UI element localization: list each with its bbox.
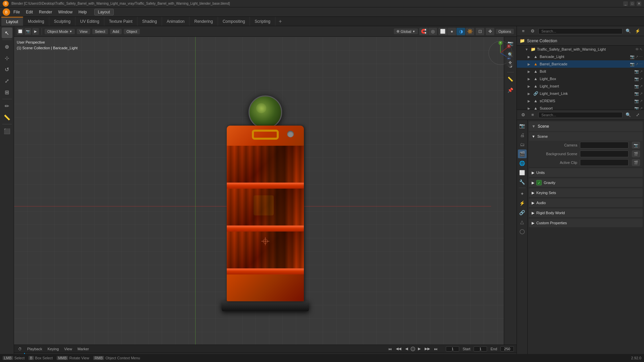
outliner-item-barrel-barricade[interactable]: ▶ ▲ Barrel_Barricade 📷 ↗ ⋯ xyxy=(517,60,644,68)
arrow-5[interactable]: ▶ xyxy=(528,84,532,88)
stop-btn[interactable] xyxy=(411,347,415,351)
tab-texture-paint[interactable]: Texture Paint xyxy=(104,17,138,26)
tl-keying-btn[interactable]: Keying xyxy=(46,347,60,351)
gravity-checkbox[interactable]: ✓ xyxy=(536,180,542,185)
cam-icon-3[interactable]: 📷 xyxy=(634,69,639,74)
props-header-icon[interactable]: ⚙ xyxy=(520,111,527,119)
viewport[interactable]: User Perspective (1) Scene Collection | … xyxy=(14,37,517,345)
link-icon-8[interactable]: ↗ xyxy=(640,106,643,110)
particles-props-icon[interactable]: ✦ xyxy=(518,189,527,198)
viewport-camera-icon[interactable]: 📷 xyxy=(24,28,31,35)
arrow-6[interactable]: ▶ xyxy=(528,92,532,96)
add-menu-button[interactable]: Add xyxy=(110,29,122,34)
viewport-shading-material[interactable]: ◑ xyxy=(457,28,465,35)
modifier-props-icon[interactable]: 🔧 xyxy=(518,178,527,186)
viewport-shading-render[interactable]: 🔆 xyxy=(466,28,474,35)
tab-rendering[interactable]: Rendering xyxy=(190,17,218,26)
sidebar-transform-tool[interactable]: ⊞ xyxy=(2,87,12,98)
outliner-item-light-insert-link[interactable]: ▶ 🔗 Light_Insert_Link 📷 ↗ xyxy=(517,90,644,97)
cam-icon-7[interactable]: 📷 xyxy=(634,99,639,103)
viewport-header-icon[interactable]: ⬜ xyxy=(17,28,23,35)
minimize-button[interactable]: _ xyxy=(623,1,628,6)
custom-properties-header[interactable]: ▶ Custom Properties xyxy=(529,219,643,227)
cam-icon-4[interactable]: 📷 xyxy=(634,77,639,81)
tab-compositing[interactable]: Compositing xyxy=(218,17,250,26)
outliner-item-screws[interactable]: ▶ ▲ sCREWS 📷 ↗ xyxy=(517,97,644,105)
sidebar-annotate-tool[interactable]: ✏ xyxy=(2,101,12,111)
outliner-icon[interactable]: ≡ xyxy=(520,27,527,35)
tab-modeling[interactable]: Modeling xyxy=(23,17,49,26)
tab-scripting[interactable]: Scripting xyxy=(250,17,275,26)
outliner-item-baricade-light[interactable]: ▶ ▲ Baricade_Light 📷 ↗ ⋯ xyxy=(517,53,644,60)
active-clip-value[interactable] xyxy=(580,159,629,166)
visibility-eye-icon[interactable]: 👁 xyxy=(635,47,639,52)
background-scene-value[interactable] xyxy=(580,150,629,157)
proportional-edit[interactable]: ◎ xyxy=(428,28,437,35)
start-frame-input[interactable]: 1 xyxy=(474,346,487,352)
props-search-icon[interactable]: 🔍 xyxy=(625,111,632,119)
sidebar-move-tool[interactable]: ⊹ xyxy=(2,53,12,63)
more-icon-1[interactable]: ⋯ xyxy=(639,55,643,59)
viewport-shading-wire[interactable]: ⬜ xyxy=(438,28,447,35)
sidebar-measure-tool[interactable]: 📏 xyxy=(2,112,12,123)
sidebar-select-tool[interactable]: ↖ xyxy=(2,27,12,38)
arrow-7[interactable]: ▶ xyxy=(528,99,532,103)
link-icon-3[interactable]: ↗ xyxy=(640,69,643,74)
menu-render[interactable]: Render xyxy=(36,9,55,15)
tl-view-btn[interactable]: View xyxy=(63,347,73,351)
props-scene-header[interactable]: ▼ Scene xyxy=(529,121,643,131)
sidebar-add-cube-tool[interactable]: ⬛ xyxy=(2,126,12,136)
link-icon-6[interactable]: ↗ xyxy=(640,92,643,96)
units-section-header[interactable]: ▶ Units xyxy=(529,168,643,177)
view-layer-props-icon[interactable]: 🗂 xyxy=(518,140,527,149)
outliner-filter-icon[interactable]: ⚙ xyxy=(529,27,536,35)
arrow-expanded[interactable]: ▼ xyxy=(525,48,529,51)
play-back-btn[interactable]: ◀ xyxy=(404,347,409,351)
keying-sets-header[interactable]: ▶ Keying Sets xyxy=(529,188,643,197)
close-button[interactable]: ✕ xyxy=(637,1,641,6)
object-props-icon[interactable]: ⬜ xyxy=(518,168,527,177)
gravity-section-header[interactable]: ▶ ✓ Gravity xyxy=(529,178,643,187)
active-clip-picker-icon[interactable]: 🎬 xyxy=(632,159,640,166)
step-fwd-btn[interactable]: ▶▶ xyxy=(423,347,431,351)
props-filter-icon[interactable]: ≡ xyxy=(529,111,536,119)
cam-icon-1[interactable]: 📷 xyxy=(630,55,635,59)
outliner-item-support[interactable]: ▶ ▲ Support 📷 ↗ xyxy=(517,105,644,110)
end-frame-input[interactable]: 250 xyxy=(500,346,514,352)
scene-section-header[interactable]: ▼ Scene xyxy=(529,132,643,141)
select-menu-button[interactable]: Select xyxy=(92,29,108,34)
physics-props-icon[interactable]: ⚡ xyxy=(518,199,527,207)
arrow-4[interactable]: ▶ xyxy=(528,77,532,81)
tab-shading[interactable]: Shading xyxy=(138,17,162,26)
tab-uv-editing[interactable]: UV Editing xyxy=(75,17,104,26)
more-icon-2[interactable]: ⋯ xyxy=(639,62,643,66)
arrow-3[interactable]: ▶ xyxy=(528,70,532,73)
current-frame-input[interactable]: 1 xyxy=(446,346,459,352)
cam-icon-6[interactable]: 📷 xyxy=(634,92,639,96)
link-icon-7[interactable]: ↗ xyxy=(640,99,643,103)
object-mode-select[interactable]: Object Mode ▼ xyxy=(45,29,75,34)
sidebar-scale-tool[interactable]: ⤢ xyxy=(2,75,12,86)
link-icon-2[interactable]: ↗ xyxy=(635,62,638,66)
tab-animation[interactable]: Animation xyxy=(162,17,190,26)
object-menu-button[interactable]: Object xyxy=(124,29,140,34)
link-icon-4[interactable]: ↗ xyxy=(640,77,643,81)
render-props-icon[interactable]: 📷 xyxy=(518,121,527,130)
props-expand-icon[interactable]: ⤢ xyxy=(634,111,641,119)
play-btn[interactable]: ▶ xyxy=(417,347,422,351)
tab-layout[interactable]: Layout xyxy=(1,17,23,26)
background-scene-picker-icon[interactable]: 🎬 xyxy=(632,150,640,157)
transform-global-select[interactable]: ⊕ Global ▼ xyxy=(394,28,418,34)
outliner-search-icon[interactable]: 🔍 xyxy=(625,27,632,35)
blender-menu-icon[interactable]: B xyxy=(3,8,10,16)
menu-window[interactable]: Window xyxy=(55,9,75,15)
arrow-collapsed-2[interactable]: ▶ xyxy=(528,62,532,66)
constraints-props-icon[interactable]: 🔗 xyxy=(518,208,527,217)
view-menu-button[interactable]: View xyxy=(77,29,90,34)
data-props-icon[interactable]: △ xyxy=(518,218,527,226)
menu-help[interactable]: Help xyxy=(76,9,90,15)
tl-marker-btn[interactable]: Marker xyxy=(76,347,90,351)
outliner-item-light-box[interactable]: ▶ ▲ Light_Box 📷 ↗ xyxy=(517,75,644,82)
menu-file[interactable]: File xyxy=(11,9,22,15)
tab-sculpting[interactable]: Sculpting xyxy=(49,17,75,26)
